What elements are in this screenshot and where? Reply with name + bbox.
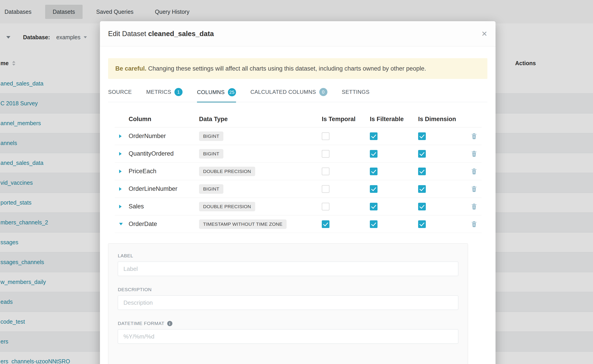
table-row: OrderLineNumber BIGINT	[115, 180, 481, 198]
tab-metrics[interactable]: METRICS 1	[146, 84, 183, 102]
metrics-count-badge: 1	[174, 88, 183, 96]
warning-banner: Be careful. Changing these settings will…	[108, 58, 488, 79]
label-input[interactable]	[118, 262, 458, 276]
trash-icon[interactable]	[471, 186, 477, 192]
column-detail-panel: LABEL DESCRIPTION DATETIME FORMAT	[108, 243, 468, 364]
column-name: Sales	[129, 203, 199, 210]
data-type-pill: BIGINT	[199, 131, 223, 141]
column-name: QuantityOrdered	[129, 150, 199, 157]
tab-calculated-label: CALCULATED COLUMNS	[250, 89, 316, 95]
columns-table: Column Data Type Is Temporal Is Filterab…	[115, 111, 481, 233]
data-type-pill: DOUBLE PRECISION	[199, 167, 255, 176]
column-name: PriceEach	[129, 168, 199, 175]
columns-table-header: Column Data Type Is Temporal Is Filterab…	[115, 111, 481, 127]
tab-columns[interactable]: COLUMNS 25	[197, 84, 236, 102]
description-field-label: DESCRIPTION	[118, 287, 458, 292]
header-is-temporal: Is Temporal	[322, 116, 370, 123]
datetime-format-label-text: DATETIME FORMAT	[118, 321, 165, 326]
caret-down-icon[interactable]	[115, 223, 129, 225]
modal-header: Edit Dataset cleaned_sales_data ✕	[100, 21, 495, 46]
trash-icon[interactable]	[471, 133, 477, 140]
table-row: QuantityOrdered BIGINT	[115, 145, 481, 162]
datetime-format-input[interactable]	[118, 329, 458, 344]
header-data-type: Data Type	[199, 116, 322, 123]
modal-title-prefix: Edit Dataset	[108, 30, 146, 38]
is-filterable-checkbox[interactable]	[370, 168, 377, 175]
column-name: OrderDate	[129, 221, 199, 228]
data-type-pill: TIMESTAMP WITHOUT TIME ZONE	[199, 220, 287, 229]
columns-count-badge: 25	[228, 88, 236, 96]
header-column: Column	[129, 116, 199, 123]
is-dimension-checkbox[interactable]	[418, 220, 426, 228]
is-temporal-checkbox[interactable]	[322, 168, 329, 175]
is-temporal-checkbox[interactable]	[322, 150, 329, 158]
is-dimension-checkbox[interactable]	[418, 168, 426, 175]
modal-title: Edit Dataset cleaned_sales_data	[108, 30, 214, 38]
tab-calculated-columns[interactable]: CALCULATED COLUMNS 0	[250, 84, 327, 102]
is-temporal-checkbox[interactable]	[322, 203, 329, 210]
tab-settings[interactable]: SETTINGS	[342, 84, 370, 102]
is-filterable-checkbox[interactable]	[370, 203, 377, 210]
is-dimension-checkbox[interactable]	[418, 203, 426, 210]
datetime-format-field-label: DATETIME FORMAT	[118, 321, 458, 326]
dataset-name: cleaned_sales_data	[148, 30, 214, 38]
trash-icon[interactable]	[471, 168, 477, 175]
tab-columns-label: COLUMNS	[197, 89, 225, 95]
caret-right-icon[interactable]	[115, 134, 129, 138]
is-temporal-checkbox[interactable]	[322, 220, 329, 228]
is-filterable-checkbox[interactable]	[370, 132, 377, 140]
is-filterable-checkbox[interactable]	[370, 150, 377, 158]
table-row: Sales DOUBLE PRECISION	[115, 198, 481, 215]
warning-bold-text: Be careful.	[115, 65, 146, 72]
header-is-dimension: Is Dimension	[418, 116, 466, 123]
caret-right-icon[interactable]	[115, 169, 129, 173]
is-filterable-checkbox[interactable]	[370, 185, 377, 193]
caret-right-icon[interactable]	[115, 152, 129, 156]
is-dimension-checkbox[interactable]	[418, 150, 426, 158]
trash-icon[interactable]	[471, 150, 477, 157]
data-type-pill: DOUBLE PRECISION	[199, 202, 255, 211]
modal-tabs: SOURCE METRICS 1 COLUMNS 25 CALCULATED C…	[108, 84, 488, 102]
info-icon[interactable]	[167, 321, 172, 326]
trash-icon[interactable]	[471, 221, 477, 228]
is-temporal-checkbox[interactable]	[322, 185, 329, 193]
trash-icon[interactable]	[471, 203, 477, 210]
calculated-count-badge: 0	[319, 88, 327, 96]
is-dimension-checkbox[interactable]	[418, 185, 426, 193]
is-filterable-checkbox[interactable]	[370, 220, 377, 228]
caret-right-icon[interactable]	[115, 187, 129, 191]
label-field-label-text: LABEL	[118, 253, 133, 259]
label-field-label: LABEL	[118, 253, 458, 259]
warning-text: Changing these settings will affect all …	[148, 65, 426, 72]
table-row: OrderNumber BIGINT	[115, 127, 481, 145]
data-type-pill: BIGINT	[199, 184, 223, 194]
header-is-filterable: Is Filterable	[370, 116, 418, 123]
close-icon[interactable]: ✕	[481, 30, 488, 38]
description-input[interactable]	[118, 295, 458, 310]
caret-right-icon[interactable]	[115, 205, 129, 208]
tab-source[interactable]: SOURCE	[108, 84, 132, 102]
table-row-expanded: OrderDate TIMESTAMP WITHOUT TIME ZONE	[115, 215, 481, 233]
is-dimension-checkbox[interactable]	[418, 132, 426, 140]
modal-body: Be careful. Changing these settings will…	[100, 58, 495, 364]
description-field-label-text: DESCRIPTION	[118, 287, 152, 292]
is-temporal-checkbox[interactable]	[322, 132, 329, 140]
table-row: PriceEach DOUBLE PRECISION	[115, 162, 481, 180]
tab-metrics-label: METRICS	[146, 89, 171, 95]
column-name: OrderLineNumber	[129, 185, 199, 192]
tab-settings-label: SETTINGS	[342, 89, 370, 95]
tab-source-label: SOURCE	[108, 89, 132, 95]
data-type-pill: BIGINT	[199, 149, 223, 159]
edit-dataset-modal: Edit Dataset cleaned_sales_data ✕ Be car…	[100, 21, 495, 364]
column-name: OrderNumber	[129, 133, 199, 140]
